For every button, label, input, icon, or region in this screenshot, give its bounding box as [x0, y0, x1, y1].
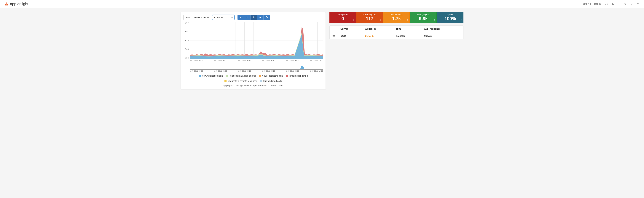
svg-point-3 — [625, 4, 626, 5]
x-tick: 2017-09-22 04:10 — [238, 70, 251, 72]
cell-apdex: 91.58 % — [362, 32, 394, 40]
legend-swatch — [286, 75, 288, 77]
mail-count: 0 — [583, 3, 587, 6]
legend-item[interactable]: View/Application logic — [198, 75, 223, 77]
overview-x-axis: 2017-09-22 00:00 2017-09-22 02:05 2017-0… — [190, 70, 323, 72]
x-tick: 2017-09-22 10:25 — [310, 70, 323, 72]
legend-label: NoSql datastore calls — [262, 75, 283, 77]
svg-rect-9 — [332, 36, 335, 36]
stat-card-exceptions[interactable]: Exceptions0 — [330, 12, 356, 23]
chart-controls: code.rhodecode.co 12 hours — [183, 15, 323, 20]
legend-item[interactable]: NoSql datastore calls — [259, 75, 283, 77]
x-tick: 2017-09-22 08:20 — [286, 70, 299, 72]
view-shuffle-button[interactable] — [244, 15, 250, 20]
server-table: Server Apdex ? rpm avg. response code91.… — [330, 25, 464, 40]
y-axis: 2.58 1.94 1.29 0.65 0.00 — [183, 22, 190, 59]
legend-swatch — [260, 80, 262, 82]
overview-plot[interactable] — [190, 65, 323, 70]
legend-swatch — [224, 80, 226, 82]
x-tick: 2017-09-22 06:15 — [262, 60, 275, 62]
x-tick: 2017-09-22 00:00 — [190, 60, 203, 62]
x-axis: 2017-09-22 00:00 2017-09-22 02:05 2017-0… — [190, 60, 323, 62]
stat-card-uptime[interactable]: Uptime100% — [437, 12, 464, 23]
x-tick: 2017-09-22 04:10 — [238, 60, 251, 62]
stat-card-tolerated-req-[interactable]: Tolerated req.1.7k — [383, 12, 410, 23]
stat-value: 1.7k — [384, 16, 409, 21]
bell-icon — [598, 3, 602, 6]
stat-value: 117 — [357, 16, 382, 21]
th-apdex: Apdex ? — [362, 26, 394, 32]
main-chart: 2.58 1.94 1.29 0.65 0.00 — [183, 22, 323, 87]
brand[interactable]: app enlight — [4, 2, 28, 6]
wrench-icon — [630, 3, 633, 6]
right-panel: Exceptions0Frustrating req.117Tolerated … — [330, 12, 464, 90]
chevron-right-icon — [353, 18, 355, 22]
legend-item[interactable]: Custom timed calls — [260, 80, 282, 82]
warning-icon — [611, 3, 614, 6]
power-icon — [636, 3, 640, 6]
legend-swatch — [226, 75, 228, 77]
view-history-button[interactable] — [264, 15, 270, 20]
clock-icon — [266, 16, 268, 19]
nav-settings-button[interactable] — [624, 3, 627, 6]
stat-value: 100% — [438, 16, 463, 21]
nav-power-button[interactable] — [636, 3, 640, 6]
chevron-right-icon — [460, 18, 462, 22]
mail-indicator[interactable]: 0 — [583, 3, 591, 6]
gear-icon — [624, 3, 627, 6]
stat-cards: Exceptions0Frustrating req.117Tolerated … — [330, 12, 464, 23]
th-avg: avg. response — [422, 26, 464, 32]
stat-title: Exceptions — [330, 14, 355, 16]
svg-rect-2 — [618, 3, 620, 5]
app-select-value: code.rhodecode.co — [185, 16, 206, 19]
brand-logo-icon — [4, 2, 8, 6]
cell-avg: 0.353s — [422, 32, 464, 40]
stat-card-satisfying-req-[interactable]: Satisfying req.9.8k — [410, 12, 436, 23]
x-tick: 2017-09-22 02:05 — [214, 70, 227, 72]
stat-title: Tolerated req. — [384, 14, 409, 16]
nav-alerts-button[interactable] — [611, 3, 614, 6]
stat-value: 9.8k — [411, 16, 436, 21]
chart-legend: View/Application logicRelational databas… — [183, 75, 323, 82]
timerange-select[interactable]: 12 hours — [212, 15, 234, 20]
chevron-right-icon — [407, 18, 408, 22]
stat-value: 0 — [330, 16, 355, 21]
legend-label: Template rendering — [289, 75, 308, 77]
legend-swatch — [259, 75, 261, 77]
svg-rect-0 — [6, 4, 6, 5]
main-content: code.rhodecode.co 12 hours — [177, 8, 467, 93]
nav-calendar-button[interactable] — [618, 3, 620, 6]
legend-item[interactable]: Relational database queries — [226, 75, 256, 77]
bell-count: 0 — [594, 3, 598, 6]
view-line-button[interactable] — [238, 15, 244, 20]
notifications-indicator[interactable]: 0 — [594, 3, 602, 6]
y-tick: 0.00 — [185, 57, 188, 59]
chart-panel: code.rhodecode.co 12 hours — [180, 12, 326, 90]
row-icon — [330, 32, 338, 40]
view-alerts-button[interactable] — [257, 15, 264, 20]
cell-server: code — [338, 32, 362, 40]
bar-chart-icon — [605, 3, 608, 6]
legend-item[interactable]: Template rendering — [286, 75, 308, 77]
server-icon — [332, 34, 335, 37]
chart-caption: Aggregated average time spent per reques… — [183, 84, 323, 87]
x-tick: 2017-09-22 08:20 — [286, 60, 299, 62]
th-server: Server — [338, 26, 362, 32]
calendar-icon — [618, 3, 620, 6]
stat-title: Frustrating req. — [357, 14, 382, 16]
topbar-right: 0 0 — [583, 3, 640, 6]
app-select[interactable]: code.rhodecode.co — [183, 15, 210, 20]
line-chart-icon — [239, 16, 242, 19]
help-icon[interactable]: ? — [374, 28, 376, 30]
plot-area[interactable] — [190, 22, 323, 59]
x-tick: 2017-09-22 10:25 — [310, 60, 323, 62]
legend-item[interactable]: Requests to remote resources — [224, 80, 258, 82]
view-bar-button[interactable] — [250, 15, 257, 20]
legend-swatch — [198, 75, 201, 77]
x-tick: 2017-09-22 06:15 — [262, 70, 275, 72]
nav-tools-button[interactable] — [630, 3, 633, 6]
nav-charts-button[interactable] — [605, 3, 608, 6]
stat-card-frustrating-req-[interactable]: Frustrating req.117 — [356, 12, 383, 23]
stat-title: Satisfying req. — [411, 14, 436, 16]
table-row[interactable]: code91.58 %16.1rpm0.353s — [330, 32, 463, 40]
